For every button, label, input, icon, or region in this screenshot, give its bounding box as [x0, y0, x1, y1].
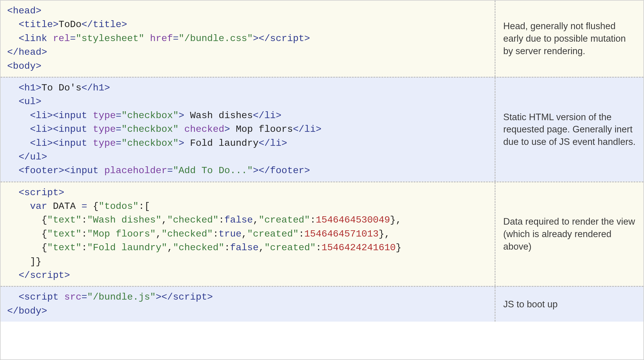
code-token: "checkbox" — [121, 124, 179, 135]
code-token — [179, 124, 184, 135]
code-token — [7, 151, 18, 162]
code-token — [7, 33, 18, 44]
code-token — [7, 256, 30, 267]
code-token: ></script — [253, 33, 304, 44]
code-token: type — [93, 110, 116, 121]
code-block-boot: <script src="/bundle.js"></script> </bod… — [1, 287, 495, 322]
code-token — [7, 292, 18, 303]
code-token: } — [396, 242, 401, 253]
code-token: }, — [390, 215, 401, 226]
code-token: </head> — [7, 47, 47, 58]
code-token: <link — [18, 33, 53, 44]
code-token: "text" — [47, 215, 81, 226]
code-token — [47, 201, 53, 212]
section-head: <head> <title>ToDo</title> <link rel="st… — [1, 1, 643, 77]
code-token: = — [167, 165, 173, 176]
code-token: true — [219, 228, 242, 240]
code-token: > — [179, 138, 184, 149]
code-token: ]} — [30, 256, 41, 267]
code-token: </title> — [82, 19, 127, 30]
code-token: Fold laundry — [184, 138, 259, 149]
code-token: "checkbox" — [121, 138, 179, 149]
code-token: = — [116, 124, 121, 135]
code-token — [7, 228, 41, 240]
code-token: "Wash dishes" — [87, 215, 162, 226]
desc-boot: JS to boot up — [495, 287, 643, 322]
code-token: </li> — [259, 138, 287, 149]
code-token — [7, 96, 18, 107]
code-token: "/bundle.css" — [179, 33, 253, 44]
desc-text: Static HTML version of the requested pag… — [503, 111, 636, 148]
code-token: "Fold laundry" — [87, 242, 167, 253]
code-token: </li> — [293, 124, 321, 135]
code-token — [7, 270, 18, 281]
code-token: "created" — [259, 215, 310, 226]
code-token: :[ — [139, 201, 150, 212]
code-token: var — [30, 201, 47, 212]
code-token: = — [116, 138, 121, 149]
desc-text: JS to boot up — [503, 298, 558, 311]
code-token — [7, 242, 41, 253]
code-token: = — [82, 292, 87, 303]
code-token: type — [93, 124, 116, 135]
code-token — [7, 187, 18, 198]
code-token: <li><input — [30, 124, 93, 135]
code-token — [7, 124, 30, 135]
code-token: "created" — [264, 242, 316, 253]
code-token: , — [161, 215, 167, 226]
code-token: Wash dishes — [184, 110, 253, 121]
code-token: DATA — [53, 201, 76, 212]
code-token: </body> — [7, 306, 47, 317]
code-token: false — [230, 242, 259, 253]
code-token: "/bundle.js" — [87, 292, 156, 303]
code-token: false — [224, 215, 253, 226]
code-token: : — [224, 242, 230, 253]
code-token: href — [150, 33, 173, 44]
code-token: placeholder — [104, 165, 167, 176]
code-token: { — [41, 215, 47, 226]
code-token: > — [207, 292, 213, 303]
annotated-code-diagram: <head> <title>ToDo</title> <link rel="st… — [0, 0, 644, 360]
code-token: "Add To Do..." — [173, 165, 253, 176]
code-token — [144, 33, 150, 44]
code-token: : — [82, 242, 87, 253]
section-boot: <script src="/bundle.js"></script> </bod… — [1, 286, 643, 322]
code-token: , — [259, 242, 264, 253]
code-block-data: <script> var DATA = {"todos":[ {"text":"… — [1, 182, 495, 286]
code-token: : — [298, 228, 304, 240]
code-token: : — [82, 215, 87, 226]
code-block-static: <h1>To Do's</h1> <ul> <li><input type="c… — [1, 78, 495, 181]
code-token: "text" — [47, 242, 81, 253]
code-token: rel — [53, 33, 70, 44]
code-token: <footer><input — [18, 165, 104, 176]
code-token: </li> — [253, 110, 282, 121]
desc-static: Static HTML version of the requested pag… — [495, 78, 643, 181]
code-token: = — [173, 33, 179, 44]
code-token: : — [219, 215, 224, 226]
code-token: 1546464571013 — [304, 228, 379, 240]
code-token: "Mop floors" — [87, 228, 156, 240]
code-token: = — [82, 201, 87, 212]
code-token: = — [70, 33, 76, 44]
desc-text: Head, generally not flushed early due to… — [503, 20, 636, 57]
code-token: <h1> — [18, 82, 41, 93]
code-token: > — [304, 33, 310, 44]
code-token — [7, 201, 30, 212]
code-token: checked — [184, 124, 224, 135]
code-token: , — [167, 242, 173, 253]
code-token: <body> — [7, 61, 41, 72]
desc-text: Data required to render the view (which … — [503, 215, 636, 253]
code-token — [7, 110, 30, 121]
desc-head: Head, generally not flushed early due to… — [495, 1, 643, 77]
code-token — [7, 138, 30, 149]
desc-data: Data required to render the view (which … — [495, 182, 643, 286]
code-token: <head> — [7, 5, 41, 16]
code-token: , — [253, 215, 259, 226]
code-token: <title> — [18, 19, 58, 30]
code-token: type — [93, 138, 116, 149]
code-token: : — [316, 242, 321, 253]
code-token: <script> — [18, 187, 64, 198]
code-token: <script — [18, 292, 64, 303]
code-token: "checked" — [161, 228, 213, 240]
code-token: > — [179, 110, 184, 121]
